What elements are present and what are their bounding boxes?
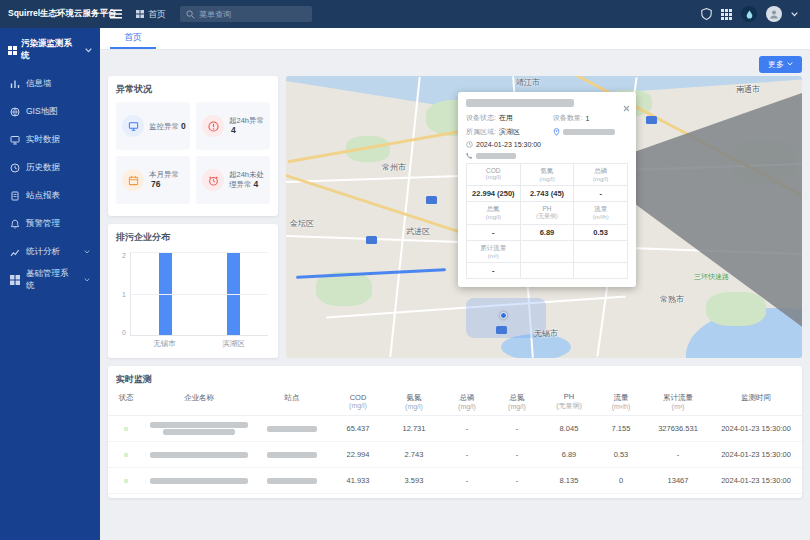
highlighted-route (296, 268, 446, 279)
metric-value-empty (521, 263, 574, 278)
table-header-row: 状态 企业名称 站点 COD(mg/l) 氨氮(mg/l) 总磷(mg/l) 总… (108, 390, 802, 416)
sidebar-item-gis-map[interactable]: GIS地图 (0, 98, 100, 126)
sidebar-item-alert-management[interactable]: 预警管理 (0, 210, 100, 238)
calendar-icon (122, 169, 144, 191)
city-label: 常州市 (382, 162, 406, 173)
cell-tp: - (442, 468, 492, 494)
chevron-down-icon (85, 48, 92, 53)
sidebar-item-label: 统计分析 (26, 246, 60, 258)
history-data-icon (10, 163, 20, 173)
cell-cum-flow: - (646, 442, 710, 468)
tab-home[interactable]: 首页 (110, 28, 156, 49)
sidebar-system-title[interactable]: 污染源监测系统 (0, 28, 100, 70)
gis-map[interactable]: 靖江市 南通市 常州市 江阴市 张家港市 武进区 金坛区 无锡市 常熟市 三环快… (286, 76, 802, 358)
info-wall-icon (10, 79, 20, 89)
sidebar-item-label: GIS地图 (26, 106, 58, 118)
abnormal-stats-grid: 监控异常0 超24h异常4 (108, 100, 278, 212)
search-icon (186, 10, 195, 19)
apps-grid-icon[interactable] (721, 9, 732, 20)
table-row[interactable]: 22.994 2.743 - - 6.89 0.53 - 2024-01-23 … (108, 442, 802, 468)
popup-info-grid: 设备状态: 在用 设备数量: 1 所属区域: 滨湖区 (466, 113, 628, 159)
breadcrumb-home[interactable]: 首页 (136, 8, 166, 21)
user-avatar[interactable] (766, 6, 782, 22)
main-area: 首页 更多 异常状况 (100, 28, 810, 540)
sidebar-item-history-data[interactable]: 历史数据 (0, 154, 100, 182)
col-nh3n: 氨氮(mg/l) (386, 390, 442, 416)
sidebar-item-statistics[interactable]: 统计分析 (0, 238, 100, 266)
green-area (706, 292, 766, 326)
stat-text: 本月异常76 (149, 170, 186, 190)
metric-value: 0.53 (574, 225, 627, 240)
location-pin-icon (553, 128, 560, 136)
metric-value: 22.994 (250) (467, 186, 520, 201)
hamburger-menu-icon[interactable] (110, 9, 122, 19)
stat-value: 4 (231, 125, 236, 135)
water-drop-badge[interactable] (741, 6, 757, 22)
chart-title: 排污企业分布 (108, 224, 278, 248)
redacted-site-name (254, 416, 330, 442)
bar-chart: 2 1 0 (108, 248, 278, 336)
col-tn: 总氮(mg/l) (492, 390, 542, 416)
realtime-monitoring-panel: 实时监测 状态 企业名称 站点 COD(mg/l) 氨氮(mg/l) 总磷(mg… (108, 366, 802, 498)
cell-time: 2024-01-23 15:30:00 (710, 416, 802, 442)
table-row[interactable]: 65.437 12.731 - - 8.045 7.155 327636.531… (108, 416, 802, 442)
y-tick: 1 (122, 291, 126, 298)
popup-close-icon[interactable] (623, 98, 630, 116)
sidebar-item-base-management[interactable]: 基础管理系统 (0, 266, 100, 294)
redacted-enterprise-name (144, 442, 254, 468)
platform-logo: Squirrel生态环境云服务平台 (0, 8, 100, 20)
cell-flow: 0 (596, 468, 646, 494)
chart-plot-area (130, 252, 268, 336)
col-cum-flow: 累计流量(m³) (646, 390, 710, 416)
region-value: 滨湖区 (499, 127, 520, 137)
base-system-icon (10, 275, 20, 285)
stat-text: 监控异常0 (149, 121, 186, 132)
menu-search-box[interactable] (180, 6, 312, 22)
chevron-down-icon[interactable] (791, 12, 798, 17)
cell-ph: 8.045 (542, 416, 596, 442)
stat-over24h-unhandled[interactable]: 超24h未处理异常4 (196, 156, 270, 204)
metric-header: 流量(m³/h) (574, 202, 627, 224)
x-tick: 滨湖区 (199, 339, 268, 349)
redacted-enterprise-name (144, 416, 254, 442)
col-cod: COD(mg/l) (330, 390, 386, 416)
sidebar-item-info-wall[interactable]: 信息墙 (0, 70, 100, 98)
tab-home-label: 首页 (124, 31, 142, 44)
metric-header: 氨氮(mg/l) (521, 164, 574, 185)
more-button[interactable]: 更多 (759, 56, 802, 73)
chart-y-axis: 2 1 0 (114, 252, 126, 336)
table-row[interactable]: 41.933 3.593 - - 8.135 0 13467 2024-01-2… (108, 468, 802, 494)
redacted-station-name (466, 99, 574, 107)
content-toolbar: 更多 (108, 54, 802, 74)
col-tp: 总磷(mg/l) (442, 390, 492, 416)
road-shield-icon (496, 326, 507, 334)
gridline (131, 252, 268, 253)
stat-month-abnormal[interactable]: 本月异常76 (116, 156, 190, 204)
metric-value: 6.89 (521, 225, 574, 240)
cell-nh3n: 2.743 (386, 442, 442, 468)
time-row: 2024-01-23 15:30:00 (466, 141, 628, 148)
col-site: 站点 (254, 390, 330, 416)
cell-cod: 41.933 (330, 468, 386, 494)
menu-search-input[interactable] (199, 10, 306, 19)
region-row: 所属区域: 滨湖区 (466, 127, 553, 137)
phone-icon (466, 152, 473, 159)
cell-tp: - (442, 416, 492, 442)
top-header-bar: Squirrel生态环境云服务平台 首页 (0, 0, 810, 28)
stat-label: 监控异常 (149, 122, 179, 131)
metric-header-empty (521, 241, 574, 262)
sidebar-item-site-report[interactable]: 站点报表 (0, 182, 100, 210)
station-marker[interactable] (500, 312, 507, 319)
cell-tp: - (442, 442, 492, 468)
stat-over24h-abnormal[interactable]: 超24h异常4 (196, 102, 270, 150)
more-button-label: 更多 (768, 59, 784, 70)
cell-cum-flow: 13467 (646, 468, 710, 494)
chevron-down-icon (84, 250, 90, 254)
col-status: 状态 (108, 390, 144, 416)
shield-icon[interactable] (701, 8, 712, 20)
sidebar-item-label: 历史数据 (26, 162, 60, 174)
sidebar-item-realtime-data[interactable]: 实时数据 (0, 126, 100, 154)
device-count-row: 设备数量: 1 (553, 113, 628, 123)
stat-monitor-abnormal[interactable]: 监控异常0 (116, 102, 190, 150)
cell-nh3n: 3.593 (386, 468, 442, 494)
